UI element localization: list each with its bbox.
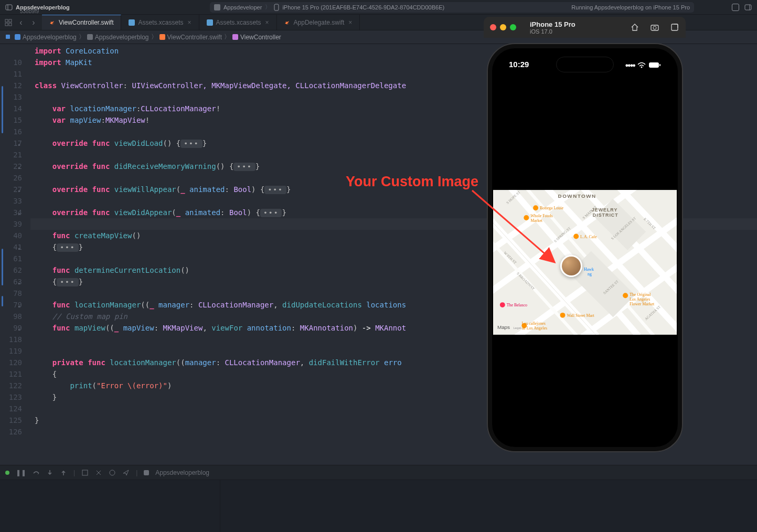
svg-rect-11: [207, 19, 213, 26]
svg-rect-16: [232, 34, 238, 40]
minimize-icon[interactable]: [500, 24, 506, 30]
apple-maps-logo: Maps: [497, 324, 510, 330]
line-number: 79▸: [0, 299, 22, 311]
line-number: 17▸: [0, 137, 22, 149]
breadcrumb-icon: [159, 34, 165, 40]
breadcrumb-item[interactable]: ViewController: [232, 34, 281, 41]
svg-point-42: [524, 215, 529, 220]
svg-rect-19: [144, 470, 149, 475]
line-number: 21: [0, 149, 22, 161]
tab-viewcontroller-swift[interactable]: ViewController.swift: [42, 15, 121, 30]
line-number: 11: [0, 68, 22, 80]
back-button[interactable]: ‹: [16, 17, 26, 28]
step-over-icon[interactable]: [33, 469, 40, 476]
sidebar-toggle-icon[interactable]: [5, 4, 13, 11]
svg-text:Legal: Legal: [514, 326, 521, 329]
tab-label: Assets.xcassets: [216, 19, 261, 26]
close-icon[interactable]: [490, 24, 496, 30]
chevron-right-icon: 〉: [265, 3, 271, 11]
plus-icon[interactable]: [732, 4, 739, 11]
status-dot-icon: [5, 471, 9, 475]
debug-view-icon[interactable]: [81, 469, 89, 476]
scheme-label[interactable]: Appsdeveloperblog: [155, 469, 209, 476]
pause-icon[interactable]: ❚❚: [16, 469, 26, 476]
line-number: 39: [0, 218, 22, 230]
breadcrumb-item[interactable]: Appsdeveloperblog: [15, 34, 77, 41]
zoom-icon[interactable]: [510, 24, 516, 30]
svg-rect-9: [9, 23, 12, 26]
line-number: 126: [0, 426, 22, 438]
poi-label: The Belasco: [507, 303, 527, 307]
tab-assets-xcassets[interactable]: Assets.xcassets×: [121, 15, 199, 30]
spray-icon[interactable]: [109, 469, 116, 476]
line-number: 40: [0, 230, 22, 241]
line-number: 10: [0, 57, 22, 68]
line-number: 33: [0, 195, 22, 207]
commit-sha: 538b9f9: [20, 8, 39, 14]
line-number: 125: [0, 414, 22, 426]
location-icon[interactable]: [122, 469, 130, 476]
related-items-icon[interactable]: [3, 17, 14, 28]
svg-point-46: [560, 313, 566, 318]
line-number: 14: [0, 103, 22, 114]
svg-point-45: [500, 302, 505, 307]
custom-image-pin[interactable]: [560, 255, 582, 277]
home-icon[interactable]: [630, 23, 639, 32]
line-number: 124: [0, 403, 22, 414]
step-out-icon[interactable]: [60, 469, 67, 476]
svg-rect-6: [5, 19, 8, 22]
area-label: DOWNTOWN: [558, 193, 596, 199]
svg-text:de Los Angeles: de Los Angeles: [521, 326, 547, 331]
svg-rect-24: [649, 62, 659, 68]
jump-bar-icon[interactable]: [5, 34, 10, 41]
title-bar: Appsdeveloperblog 538b9f9 Appsdeveloper …: [0, 0, 757, 15]
activity-view[interactable]: Appsdeveloper 〉 iPhone 15 Pro (201EAF6B-…: [210, 2, 694, 13]
poi-label: Bottega Louie: [540, 206, 563, 210]
close-tab-icon[interactable]: ×: [348, 19, 352, 26]
breadcrumb-item[interactable]: Appsdeveloperblog: [87, 34, 149, 41]
window-controls[interactable]: [490, 24, 516, 30]
svg-rect-0: [6, 5, 12, 10]
poi-label: The Original: [630, 292, 651, 297]
scissors-icon[interactable]: [95, 469, 102, 476]
forward-button[interactable]: ›: [28, 17, 39, 28]
tab-assets-xcassets[interactable]: Assets.xcassets×: [199, 15, 277, 30]
library-icon[interactable]: [744, 4, 752, 11]
svg-text:ng: ng: [588, 272, 592, 276]
breadcrumb-icon: [232, 34, 238, 40]
build-status: Running Appsdeveloperblog on iPhone 15 P…: [571, 4, 690, 10]
poi-label: Whole Foods: [530, 214, 552, 218]
map-view[interactable]: W 9TH ST S BROADWAY S SPRING ST S MAIN S…: [493, 190, 677, 335]
line-gutter: 1011121314151617▸2122▸2627▸3334▸394041▸6…: [0, 44, 30, 465]
external-icon[interactable]: [670, 23, 679, 32]
svg-rect-3: [274, 4, 279, 10]
step-into-icon[interactable]: [46, 469, 54, 476]
line-number: 78: [0, 288, 22, 299]
cellular-icon: ●●●●: [625, 62, 635, 68]
line-number: [0, 45, 22, 57]
svg-rect-17: [82, 470, 88, 475]
simulator-os: iOS 17.0: [530, 28, 575, 35]
svg-rect-12: [6, 35, 10, 39]
battery-icon: [648, 62, 661, 68]
breadcrumb-icon: [87, 34, 93, 40]
line-number: 22▸: [0, 161, 22, 172]
editor-tabs: ViewController.swiftAssets.xcassets×Asse…: [42, 15, 360, 30]
svg-rect-14: [87, 34, 93, 40]
breadcrumb-item[interactable]: ViewController.swift: [159, 34, 222, 41]
close-tab-icon[interactable]: ×: [265, 19, 269, 26]
simulator-device: iPhone 15 Pro: [530, 20, 575, 28]
poi-label: Los callejones: [521, 321, 545, 326]
tab-label: Assets.xcassets: [138, 19, 183, 26]
svg-rect-25: [659, 64, 660, 66]
close-tab-icon[interactable]: ×: [188, 19, 191, 26]
line-number: 26: [0, 172, 22, 184]
console-area[interactable]: [0, 480, 757, 532]
screenshot-icon[interactable]: [650, 23, 659, 32]
tab-appdelegate-swift[interactable]: AppDelegate.swift×: [277, 15, 360, 30]
simulator-titlebar[interactable]: iPhone 15 Pro iOS 17.0: [484, 17, 686, 38]
wifi-icon: [637, 62, 646, 68]
svg-text:Los Angeles: Los Angeles: [630, 297, 650, 302]
tab-label: AppDelegate.swift: [294, 19, 345, 26]
svg-rect-7: [9, 19, 12, 22]
